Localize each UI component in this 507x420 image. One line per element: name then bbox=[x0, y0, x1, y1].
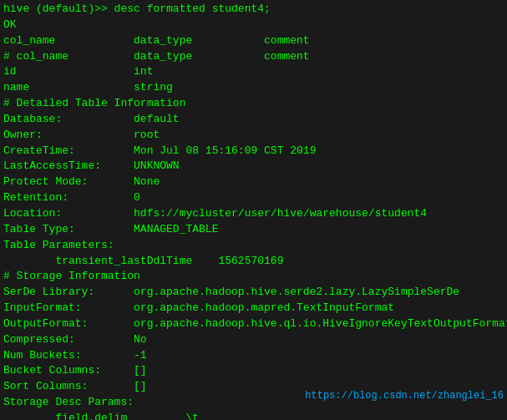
terminal-line: Protect Mode: None bbox=[3, 175, 504, 190]
terminal-line: # col_name data_type comment bbox=[3, 49, 504, 65]
terminal-line: Table Type: MANAGED_TABLE bbox=[3, 222, 504, 238]
terminal-line: field.delim \t bbox=[3, 411, 504, 420]
terminal-line: col_name data_type comment bbox=[3, 33, 504, 49]
terminal-window: hive (default)>> desc formatted student4… bbox=[0, 0, 507, 420]
terminal-output: hive (default)>> desc formatted student4… bbox=[3, 2, 504, 420]
terminal-line: Retention: 0 bbox=[3, 190, 504, 206]
terminal-line: CreateTime: Mon Jul 08 15:16:09 CST 2019 bbox=[3, 144, 504, 159]
terminal-line: Location: hdfs://mycluster/user/hive/war… bbox=[3, 206, 504, 222]
terminal-line: Num Buckets: -1 bbox=[3, 348, 504, 364]
terminal-line: # Detailed Table Information bbox=[3, 96, 504, 112]
terminal-line: SerDe Library: org.apache.hadoop.hive.se… bbox=[3, 285, 504, 301]
watermark: https://blog.csdn.net/zhanglei_16 bbox=[305, 390, 504, 402]
terminal-line: transient_lastDdlTime 1562570169 bbox=[3, 254, 504, 270]
terminal-line: Bucket Columns: [] bbox=[3, 363, 504, 379]
terminal-line: OutputFormat: org.apache.hadoop.hive.ql.… bbox=[3, 316, 504, 332]
terminal-line: # Storage Information bbox=[3, 269, 504, 285]
terminal-line: LastAccessTime: UNKNOWN bbox=[3, 159, 504, 175]
terminal-line: name string bbox=[3, 80, 504, 96]
terminal-line: Owner: root bbox=[3, 128, 504, 144]
terminal-line: OK bbox=[3, 18, 504, 33]
terminal-line: Compressed: No bbox=[3, 332, 504, 348]
terminal-line: Database: default bbox=[3, 112, 504, 128]
terminal-line: hive (default)>> desc formatted student4… bbox=[3, 2, 504, 18]
terminal-line: id int bbox=[3, 64, 504, 80]
terminal-line: InputFormat: org.apache.hadoop.mapred.Te… bbox=[3, 301, 504, 316]
terminal-line: Table Parameters: bbox=[3, 238, 504, 254]
